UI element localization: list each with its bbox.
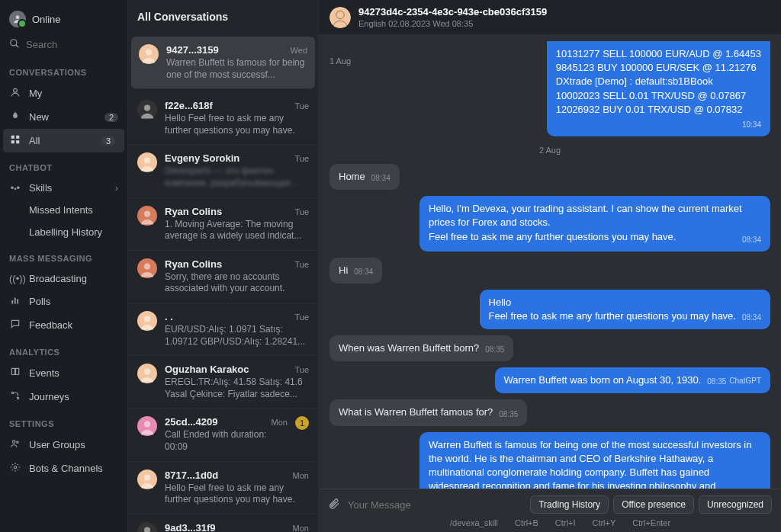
date-separator: 2 Aug [329, 146, 770, 155]
nav-bots-channels[interactable]: Bots & Channels [0, 457, 127, 480]
conversation-name: 25cd...4209 [165, 416, 217, 428]
nav-badge: 3 [101, 136, 115, 146]
nav-badge: 2 [104, 113, 118, 122]
chat-input-area: Trading History Office presence Unrecogn… [319, 489, 781, 532]
avatar [137, 206, 157, 226]
avatar [137, 470, 157, 489]
chip-office-presence[interactable]: Office presence [613, 495, 694, 514]
nav-events[interactable]: Events [0, 361, 127, 385]
message-bubble: Warren Buffett was born on August 30, 19… [495, 367, 770, 393]
message-bubble: What is Warren Buffett famous for?08:35 [329, 399, 527, 425]
conversation-preview: Warren Buffett is famous for being one o… [166, 57, 307, 81]
broadcast-icon: ((•)) [9, 273, 21, 284]
message-ts: 08:35 [485, 345, 504, 355]
nav-broadcasting[interactable]: ((•)) Broadcasting [0, 268, 127, 290]
nav-new[interactable]: New 2 [0, 105, 127, 129]
svg-point-12 [17, 397, 18, 399]
shortcut: Ctrl+B [515, 518, 538, 527]
svg-point-0 [16, 15, 20, 19]
presence-status[interactable]: Online [0, 6, 127, 32]
avatar [137, 258, 157, 278]
svg-point-31 [144, 421, 150, 428]
conversation-preview: Hello Feel free to ask me any further qu… [165, 113, 309, 136]
chip-unrecognized[interactable]: Unrecognized [699, 495, 772, 514]
message-line: DXtrade [Demo] : default:sb1BBook [556, 75, 761, 88]
message-bubble: Home08:34 [329, 164, 400, 190]
conversation-ts: Wed [291, 46, 307, 55]
conversation-preview: EREGL:TR:Alış: 41.58 Satış: 41.6 Yasal Ç… [165, 377, 309, 400]
message-ts: 08:34 [371, 173, 390, 184]
svg-rect-5 [16, 136, 19, 139]
chip-trading-history[interactable]: Trading History [530, 495, 609, 514]
conversation-item[interactable]: Ryan ColinsTueSorry, there are no accoun… [128, 251, 318, 303]
nav-my[interactable]: My [0, 82, 127, 105]
unread-badge: 1 [295, 416, 309, 430]
nav-missed-intents[interactable]: Missed Intents [0, 199, 127, 221]
nav-all[interactable]: All 3 [3, 129, 124, 152]
conversation-item[interactable]: 8717...1d0dMonHello Feel free to ask me … [128, 462, 318, 514]
shortcut-hints: /devexa_skill Ctrl+B Ctrl+I Ctrl+Y Ctrl+… [328, 518, 772, 527]
conversation-item[interactable]: Evgeny SorokinTueDevexperts — это финтех… [128, 145, 318, 197]
attach-icon[interactable] [328, 498, 340, 512]
conversation-name: Oguzhan Karakoc [165, 364, 249, 375]
chat-messages[interactable]: 1 Aug 10131277 SELL 100000 EUR/AUD @ 1.6… [319, 35, 781, 489]
svg-point-11 [11, 392, 13, 393]
gear-icon [9, 462, 21, 475]
search-row[interactable] [0, 32, 127, 57]
shortcut: /devexa_skill [450, 518, 498, 527]
nav-skills[interactable]: ••• Skills › [0, 177, 127, 199]
conversation-name: 9ad3...31f9 [165, 522, 216, 532]
journey-icon [9, 390, 21, 403]
message-text: Hello, I'm Devexa, your trading assistan… [429, 203, 742, 242]
svg-point-14 [17, 441, 18, 443]
conversation-ts: Tue [294, 312, 309, 322]
chart-icon [9, 295, 21, 308]
section-conversations: CONVERSATIONS [0, 57, 127, 82]
avatar [137, 100, 157, 120]
nav-label: All [29, 135, 40, 146]
conversation-item[interactable]: . .TueEUR/USD:Alış: 1.0971 Satış: 1.0971… [128, 303, 318, 356]
svg-point-1 [11, 40, 17, 46]
nav-polls[interactable]: Polls [0, 290, 127, 313]
flame-icon [9, 111, 21, 123]
user-icon [9, 87, 21, 100]
message-input[interactable] [348, 499, 522, 511]
nav-labelling-history[interactable]: Labelling History [0, 221, 127, 243]
svg-point-39 [336, 11, 345, 19]
nav-feedback[interactable]: Feedback [0, 313, 127, 337]
svg-point-21 [144, 158, 150, 164]
sidebar: Online CONVERSATIONS My New 2 All 3 CHAT… [0, 0, 128, 532]
conversation-ts: Tue [294, 365, 309, 374]
svg-point-15 [14, 466, 17, 469]
conversation-ts: Tue [294, 207, 309, 216]
grid-icon [9, 134, 21, 147]
conversation-item[interactable]: 25cd...4209MonCall Ended with duration: … [128, 409, 318, 461]
avatar [137, 522, 157, 532]
svg-rect-9 [14, 298, 16, 304]
shortcut: Ctrl+Enter [632, 518, 670, 527]
nav-user-groups[interactable]: User Groups [0, 433, 127, 457]
conversation-item[interactable]: Oguzhan KarakocTueEREGL:TR:Alış: 41.58 S… [128, 356, 318, 409]
nav-label: Labelling History [29, 226, 102, 238]
message-text: What is Warren Buffett famous for? [339, 406, 493, 418]
nav-journeys[interactable]: Journeys [0, 385, 127, 409]
svg-rect-10 [17, 299, 18, 303]
svg-rect-8 [11, 300, 13, 304]
nav-label: Feedback [29, 319, 72, 331]
nav-label: Journeys [29, 391, 69, 402]
conversation-item[interactable]: 9ad3...31f9MonHello Feel free to ask me … [128, 514, 318, 532]
conversation-item[interactable]: f22e...618fTueHello Feel free to ask me … [128, 92, 318, 145]
conversation-preview: Hello Feel free to ask me any further qu… [165, 482, 309, 506]
conversation-name: . . [165, 311, 173, 322]
chat-title: 94273d4c-2354-4e3c-943e-cbe036cf3159 [358, 6, 547, 18]
svg-rect-7 [16, 140, 19, 143]
shortcut: Ctrl+Y [592, 518, 615, 527]
skills-icon: ••• [9, 182, 21, 194]
conversation-item[interactable]: Ryan ColinsTue1. Moving Average: The mov… [128, 198, 318, 251]
conversation-item[interactable]: 9427...3159WedWarren Buffett is famous f… [131, 37, 315, 89]
nav-label: My [29, 88, 42, 99]
conversation-preview: EUR/USD:Alış: 1.0971 Satış: 1.09712 GBP/… [165, 324, 309, 348]
message-ts: 08:34 [742, 235, 761, 245]
chat-header: 94273d4c-2354-4e3c-943e-cbe036cf3159 Eng… [319, 0, 781, 35]
avatar [329, 7, 351, 28]
